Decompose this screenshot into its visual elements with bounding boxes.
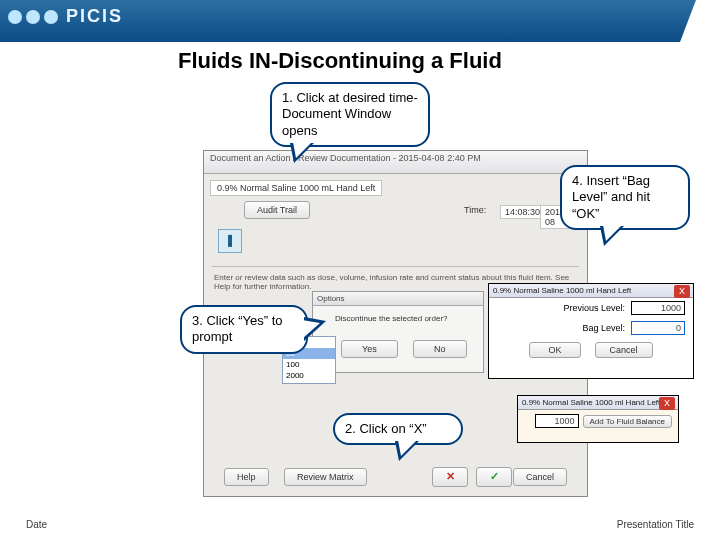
- prompt-text: Discontinue the selected order?: [335, 314, 448, 323]
- callout-tail-icon: [290, 143, 314, 163]
- close-icon[interactable]: X: [674, 285, 690, 298]
- previous-level-input[interactable]: 1000: [631, 301, 685, 315]
- callout-text: 3. Click “Yes” to prompt: [192, 313, 283, 344]
- fluid-icon: ❚: [218, 229, 242, 253]
- callout-tail-icon: [304, 317, 326, 341]
- callout-step-1: 1. Click at desired time-Document Window…: [270, 82, 430, 147]
- slide: PICIS Fluids IN-Discontinuing a Fluid Do…: [0, 0, 720, 540]
- separator: [212, 266, 579, 267]
- brand-name: PICIS: [66, 6, 123, 27]
- cancel-button[interactable]: Cancel: [513, 468, 567, 486]
- list-item[interactable]: 100: [283, 359, 335, 370]
- list-item[interactable]: 2000: [283, 370, 335, 381]
- x-button[interactable]: ✕: [432, 467, 468, 487]
- no-button[interactable]: No: [413, 340, 467, 358]
- bag-level-label: Bag Level:: [582, 323, 625, 333]
- help-button[interactable]: Help: [224, 468, 269, 486]
- audit-trail-button[interactable]: Audit Trail: [244, 201, 310, 219]
- bag-level-dialog: 0.9% Normal Saline 1000 ml Hand Left X P…: [488, 283, 694, 379]
- callout-tail-icon: [600, 226, 624, 246]
- brand-logo: PICIS: [8, 6, 123, 27]
- brand-header: PICIS: [0, 0, 720, 42]
- logo-dot-icon: [8, 10, 22, 24]
- add-to-fluid-button[interactable]: Add To Fluid Balance: [583, 415, 672, 428]
- time-value[interactable]: 14:08:30: [500, 205, 545, 219]
- bag-titlebar: 0.9% Normal Saline 1000 ml Hand Left X: [489, 284, 693, 298]
- review-matrix-button[interactable]: Review Matrix: [284, 468, 367, 486]
- yes-button[interactable]: Yes: [341, 340, 398, 358]
- inset-titlebar: 0.9% Normal Saline 1000 ml Hand Left X: [518, 396, 678, 410]
- inset-value[interactable]: 1000: [535, 414, 579, 428]
- callout-tail-icon: [395, 441, 419, 461]
- bag-level-input[interactable]: 0: [631, 321, 685, 335]
- logo-dot-icon: [26, 10, 40, 24]
- callout-text: 4. Insert “Bag Level” and hit “OK”: [572, 173, 650, 221]
- close-icon[interactable]: X: [659, 397, 675, 410]
- header-decoration: [680, 0, 720, 42]
- bag-title-text: 0.9% Normal Saline 1000 ml Hand Left: [493, 286, 631, 295]
- prompt-titlebar: Options: [313, 292, 483, 306]
- logo-dot-icon: [44, 10, 58, 24]
- callout-step-4: 4. Insert “Bag Level” and hit “OK”: [560, 165, 690, 230]
- slide-title: Fluids IN-Discontinuing a Fluid: [178, 48, 502, 74]
- callout-step-3: 3. Click “Yes” to prompt: [180, 305, 308, 354]
- inset-title-text: 0.9% Normal Saline 1000 ml Hand Left: [522, 398, 660, 407]
- footer-date: Date: [26, 519, 47, 530]
- check-button[interactable]: ✓: [476, 467, 512, 487]
- callout-step-2: 2. Click on “X”: [333, 413, 463, 445]
- callout-text: 1. Click at desired time-Document Window…: [282, 90, 418, 138]
- ok-button[interactable]: OK: [529, 342, 580, 358]
- time-label: Time:: [464, 205, 486, 215]
- dialog-title: Document an Action / Review Documentatio…: [204, 151, 587, 174]
- callout-text: 2. Click on “X”: [345, 421, 427, 436]
- confirm-prompt: Options Discontinue the selected order? …: [312, 291, 484, 373]
- footer-title: Presentation Title: [617, 519, 694, 530]
- fluid-name-label: 0.9% Normal Saline 1000 mL Hand Left: [210, 180, 382, 196]
- bag-cancel-button[interactable]: Cancel: [595, 342, 653, 358]
- previous-level-label: Previous Level:: [563, 303, 625, 313]
- inset-dialog: 0.9% Normal Saline 1000 ml Hand Left X 1…: [517, 395, 679, 443]
